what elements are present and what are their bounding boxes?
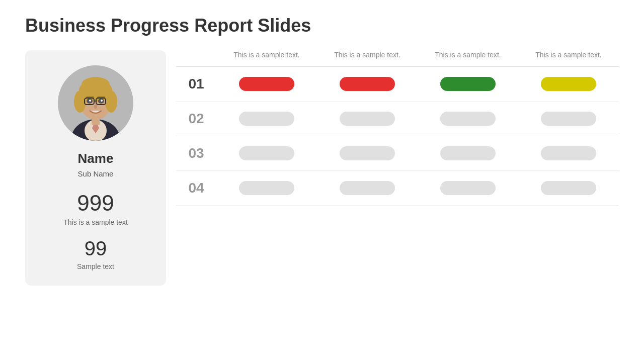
table-rows: 01020304 (176, 67, 619, 206)
pill-0-3 (541, 77, 596, 91)
table-row: 02 (176, 102, 619, 136)
page-title: Business Progress Report Slides (25, 15, 619, 36)
cell-1-3 (518, 112, 619, 126)
pill-1-2 (440, 112, 496, 126)
avatar (58, 65, 133, 141)
main-content: Name Sub Name 999 This is a sample text … (25, 50, 619, 286)
cell-3-3 (518, 181, 619, 195)
col-header-2: This is a sample text. (317, 50, 418, 60)
pill-0-1 (340, 77, 395, 91)
profile-subname: Sub Name (78, 169, 114, 178)
pill-0-2 (440, 77, 496, 91)
pill-3-0 (239, 181, 294, 195)
profile-name: Name (78, 151, 114, 166)
profile-number1: 999 (77, 191, 114, 215)
cell-0-3 (518, 77, 619, 91)
cell-2-3 (518, 146, 619, 160)
table-row: 01 (176, 67, 619, 102)
pill-2-1 (340, 146, 395, 160)
cell-1-1 (317, 112, 418, 126)
pill-3-3 (541, 181, 596, 195)
pill-2-2 (440, 146, 496, 160)
pill-1-3 (541, 112, 596, 126)
pill-1-0 (239, 112, 294, 126)
row-number-1: 02 (176, 111, 216, 127)
cell-2-1 (317, 146, 418, 160)
svg-point-9 (82, 77, 110, 92)
cell-3-2 (418, 181, 518, 195)
cell-3-0 (216, 181, 317, 195)
row-number-3: 04 (176, 180, 216, 196)
col-header-0 (176, 50, 216, 60)
pill-2-0 (239, 146, 294, 160)
pill-2-3 (541, 146, 596, 160)
profile-desc2: Sample text (77, 262, 114, 270)
row-number-2: 03 (176, 145, 216, 161)
svg-point-18 (101, 100, 103, 102)
cell-1-0 (216, 112, 317, 126)
table-row: 04 (176, 171, 619, 206)
cell-1-2 (418, 112, 518, 126)
col-header-1: This is a sample text. (216, 50, 317, 60)
cell-2-2 (418, 146, 518, 160)
cell-0-1 (317, 77, 418, 91)
cell-2-0 (216, 146, 317, 160)
profile-number2: 99 (85, 237, 107, 259)
svg-point-19 (94, 105, 97, 109)
pill-3-2 (440, 181, 496, 195)
cell-3-1 (317, 181, 418, 195)
profile-card: Name Sub Name 999 This is a sample text … (25, 50, 166, 286)
cell-0-2 (418, 77, 518, 91)
table-area: This is a sample text. This is a sample … (176, 50, 619, 206)
col-header-4: This is a sample text. (518, 50, 619, 60)
row-number-0: 01 (176, 76, 216, 92)
cell-0-0 (216, 77, 317, 91)
col-header-3: This is a sample text. (418, 50, 518, 60)
pill-1-1 (340, 112, 395, 126)
pill-0-0 (239, 77, 294, 91)
svg-point-17 (89, 100, 91, 102)
profile-desc1: This is a sample text (63, 218, 128, 226)
table-row: 03 (176, 136, 619, 171)
svg-point-8 (105, 90, 117, 113)
table-header: This is a sample text. This is a sample … (176, 50, 619, 67)
pill-3-1 (340, 181, 395, 195)
